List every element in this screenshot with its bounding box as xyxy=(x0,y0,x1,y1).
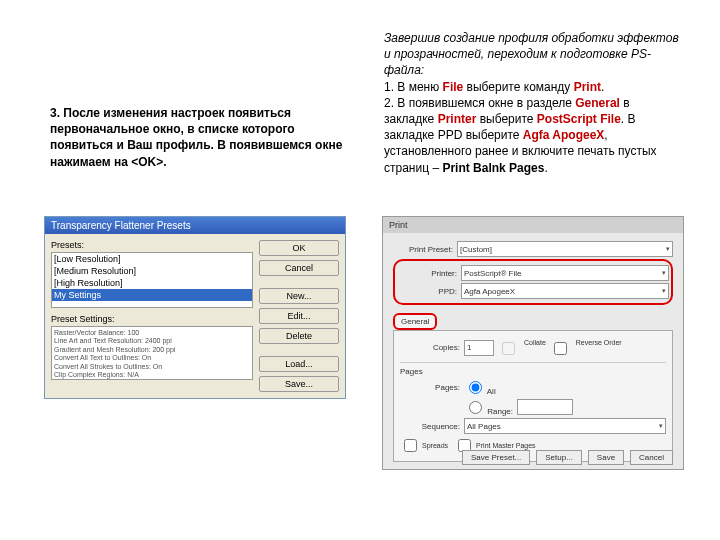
r-per: . xyxy=(601,80,604,94)
presets-listbox[interactable]: [Low Resolution] [Medium Resolution] [Hi… xyxy=(51,252,253,308)
pages-all-radio[interactable]: All xyxy=(464,378,496,396)
print-preset-select[interactable]: [Custom]▾ xyxy=(457,241,673,257)
spreads-checkbox[interactable]: Spreads xyxy=(400,436,448,455)
preset-settings-box: Raster/Vector Balance: 100 Line Art and … xyxy=(51,326,253,380)
preset-settings-text: Raster/Vector Balance: 100 Line Art and … xyxy=(54,329,250,379)
presets-label: Presets: xyxy=(51,240,253,250)
dialog-footer: Save Preset... Setup... Save Cancel xyxy=(462,450,673,465)
pages-range-radio[interactable]: Range: xyxy=(464,398,513,416)
copies-label: Copies: xyxy=(400,343,460,352)
r-l3a: 2. В появившемся окне в разделе xyxy=(384,96,575,110)
r-ps: PostScript File xyxy=(537,112,621,126)
sequence-select[interactable]: All Pages▾ xyxy=(464,418,666,434)
printer-select[interactable]: PostScript® File▾ xyxy=(461,265,669,281)
right-line1: Завершив создание профиля обработки эффе… xyxy=(384,31,679,77)
preset-low[interactable]: [Low Resolution] xyxy=(52,253,252,265)
delete-button[interactable]: Delete xyxy=(259,328,339,344)
range-input[interactable] xyxy=(517,399,573,415)
edit-button[interactable]: Edit... xyxy=(259,308,339,324)
print-dialog-title: Print xyxy=(383,217,683,233)
preset-high[interactable]: [High Resolution] xyxy=(52,277,252,289)
chevron-down-icon: ▾ xyxy=(662,287,666,295)
r-per2: . xyxy=(544,161,547,175)
preset-medium[interactable]: [Medium Resolution] xyxy=(52,265,252,277)
right-instruction-text: Завершив создание профиля обработки эффе… xyxy=(384,30,679,176)
preset-settings-label: Preset Settings: xyxy=(51,314,253,324)
r-printer: Printer xyxy=(438,112,477,126)
r-agfa: Agfa ApogeeX xyxy=(523,128,605,142)
r-file: File xyxy=(443,80,464,94)
cancel-button[interactable]: Cancel xyxy=(630,450,673,465)
r-print: Print xyxy=(574,80,601,94)
r-l2a: 1. В меню xyxy=(384,80,443,94)
cancel-button[interactable]: Cancel xyxy=(259,260,339,276)
left-instruction-text: 3. После изменения настроек появиться пе… xyxy=(50,105,350,170)
load-button[interactable]: Load... xyxy=(259,356,339,372)
ppd-select[interactable]: Agfa ApogeeX▾ xyxy=(461,283,669,299)
copies-input[interactable]: 1 xyxy=(464,340,494,356)
print-dialog: Print Print Preset: [Custom]▾ Printer: P… xyxy=(382,216,684,470)
pages-label: Pages: xyxy=(400,383,460,392)
preset-mysettings[interactable]: My Settings xyxy=(52,289,252,301)
tabs-bar: General xyxy=(393,313,673,331)
general-panel: Copies: 1 Collate Reverse Order Pages Pa… xyxy=(393,331,673,462)
new-button[interactable]: New... xyxy=(259,288,339,304)
dialog-title: Transparency Flattener Presets xyxy=(45,217,345,234)
save-button[interactable]: Save xyxy=(588,450,624,465)
reverse-checkbox[interactable]: Reverse Order xyxy=(550,339,622,358)
pages-group-label: Pages xyxy=(400,367,666,376)
r-l3c: выберите xyxy=(476,112,537,126)
chevron-down-icon: ▾ xyxy=(666,245,670,253)
save-preset-button[interactable]: Save Preset... xyxy=(462,450,530,465)
save-button[interactable]: Save... xyxy=(259,376,339,392)
sequence-label: Sequence: xyxy=(400,422,460,431)
ppd-label: PPD: xyxy=(397,287,457,296)
left-p1: 3. После изменения настроек появиться пе… xyxy=(50,106,342,169)
flattener-presets-dialog: Transparency Flattener Presets Presets: … xyxy=(44,216,346,399)
tab-general[interactable]: General xyxy=(393,313,437,330)
setup-button[interactable]: Setup... xyxy=(536,450,582,465)
collate-checkbox[interactable]: Collate xyxy=(498,339,546,358)
r-blank: Print Balnk Pages xyxy=(442,161,544,175)
printer-label: Printer: xyxy=(397,269,457,278)
ok-button[interactable]: OK xyxy=(259,240,339,256)
print-preset-label: Print Preset: xyxy=(393,245,453,254)
r-general: General xyxy=(575,96,620,110)
chevron-down-icon: ▾ xyxy=(659,422,663,430)
r-l2b: выберите команду xyxy=(463,80,573,94)
chevron-down-icon: ▾ xyxy=(662,269,666,277)
